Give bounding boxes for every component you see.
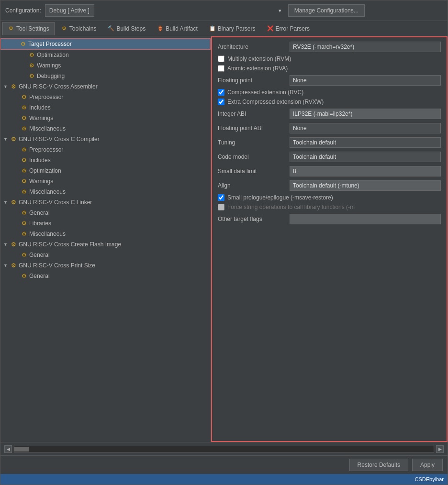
tree-item-cc-optimization[interactable]: ⚙ Optimization	[0, 165, 211, 176]
status-bar: CSDEbyibar	[0, 474, 448, 485]
small-data-limit-row: Small data limit 8	[218, 165, 441, 177]
config-select-wrapper: Debug [ Active ]	[45, 4, 284, 17]
build-artifact-icon: 🏺	[157, 25, 164, 32]
floating-point-row: Floating point None	[218, 75, 441, 86]
multiply-ext-checkbox[interactable]	[218, 55, 224, 62]
other-target-flags-input[interactable]	[290, 214, 441, 224]
tree-item-lnk-libraries[interactable]: ⚙ Libraries	[0, 218, 211, 229]
tree-item-asm-warnings[interactable]: ⚙ Warnings	[0, 113, 211, 123]
restore-defaults-button[interactable]: Restore Defaults	[349, 459, 408, 471]
tree-item-asm-includes[interactable]: ⚙ Includes	[0, 102, 211, 113]
tree-item-lnk-miscellaneous[interactable]: ⚙ Miscellaneous	[0, 229, 211, 239]
tab-build-artifact[interactable]: 🏺 Build Artifact	[152, 22, 203, 35]
scrollbar-area-bar: ◀ ▶	[0, 442, 448, 455]
tree-item-warnings-label: Warnings	[37, 62, 61, 69]
tree-item-cc-preprocessor[interactable]: ⚙ Preprocessor	[0, 144, 211, 155]
tab-toolchains[interactable]: ⚙ Toolchains	[56, 22, 102, 35]
force-string-label: Force string operations to call library …	[227, 204, 355, 210]
tree-item-flash-general[interactable]: ⚙ General	[0, 250, 211, 260]
architecture-value: RV32E (-march=rv32e*)	[290, 42, 441, 52]
extra-compressed-ext-checkbox[interactable]	[218, 99, 224, 105]
tree-item-asm-warnings-label: Warnings	[29, 115, 53, 121]
force-string-checkbox[interactable]	[218, 204, 224, 210]
compressed-ext-checkbox[interactable]	[218, 89, 224, 96]
tree-item-debugging[interactable]: ⚙ Debugging	[0, 71, 211, 81]
tree-item-print-size-label: GNU RISC-V Cross Print Size	[19, 262, 95, 269]
tab-error-parsers[interactable]: ❌ Error Parsers	[262, 22, 315, 35]
tree-item-gnu-risc-v-cross-c-linker[interactable]: ▼ ⚙ GNU RISC-V Cross C Linker	[0, 197, 211, 208]
tree-item-print-general[interactable]: ⚙ General	[0, 271, 211, 281]
atomic-ext-row: Atomic extension (RVA)	[218, 65, 441, 72]
small-prologue-row: Small prologue/epilogue (-msave-restore)	[218, 194, 441, 201]
tab-error-parsers-label: Error Parsers	[276, 25, 310, 32]
scrollbar-thumb	[14, 447, 29, 452]
tree-item-cc-miscellaneous[interactable]: ⚙ Miscellaneous	[0, 187, 211, 197]
asm-preprocessor-icon: ⚙	[20, 93, 28, 101]
cc-optimization-icon: ⚙	[20, 167, 28, 175]
cc-warnings-icon: ⚙	[20, 177, 28, 185]
tree-item-cc-optimization-label: Optimization	[29, 167, 61, 174]
tool-settings-icon: ⚙	[8, 25, 14, 32]
align-row: Align Toolchain default (-mtune)	[218, 180, 441, 191]
tree-item-asm-preprocessor[interactable]: ⚙ Preprocessor	[0, 92, 211, 102]
expand-arrow-flash-image: ▼	[3, 242, 8, 247]
expand-arrow-c-linker: ▼	[3, 200, 8, 205]
settings-panel: Architecture RV32E (-march=rv32e*) Multi…	[211, 36, 448, 442]
c-linker-icon: ⚙	[10, 198, 17, 206]
assembler-icon: ⚙	[10, 83, 17, 90]
tree-item-lnk-general[interactable]: ⚙ General	[0, 208, 211, 218]
lnk-general-icon: ⚙	[20, 209, 28, 217]
tree-item-cc-includes[interactable]: ⚙ Includes	[0, 155, 211, 165]
asm-includes-icon: ⚙	[20, 104, 28, 111]
tree-item-c-linker-label: GNU RISC-V Cross C Linker	[19, 199, 92, 206]
tree-item-gnu-risc-v-cross-assembler[interactable]: ▼ ⚙ GNU RISC-V Cross Assembler	[0, 81, 211, 92]
tree-item-gnu-risc-v-cross-create-flash-image[interactable]: ▼ ⚙ GNU RISC-V Cross Create Flash Image	[0, 239, 211, 250]
small-prologue-checkbox[interactable]	[218, 194, 224, 201]
atomic-ext-checkbox[interactable]	[218, 65, 224, 72]
asm-miscellaneous-icon: ⚙	[20, 125, 28, 132]
scroll-left-arrow[interactable]: ◀	[4, 445, 12, 453]
tree-item-c-compiler-label: GNU RISC-V Cross C Compiler	[19, 136, 100, 143]
tree-item-flash-image-label: GNU RISC-V Cross Create Flash Image	[19, 241, 121, 248]
compressed-ext-label: Compressed extension (RVC)	[227, 89, 303, 96]
tree-item-asm-miscellaneous[interactable]: ⚙ Miscellaneous	[0, 123, 211, 134]
scroll-right-arrow[interactable]: ▶	[436, 445, 444, 453]
cc-preprocessor-icon: ⚙	[20, 146, 28, 154]
asm-warnings-icon: ⚙	[20, 114, 28, 122]
tuning-row: Tuning Toolchain default	[218, 137, 441, 148]
config-label: Configuration:	[5, 7, 41, 14]
compressed-ext-row: Compressed extension (RVC)	[218, 89, 441, 96]
tree-item-optimization[interactable]: ⚙ Optimization	[0, 50, 211, 60]
tree-item-gnu-risc-v-cross-c-compiler[interactable]: ▼ ⚙ GNU RISC-V Cross C Compiler	[0, 134, 211, 144]
tree-item-lnk-general-label: General	[29, 209, 50, 216]
tuning-value: Toolchain default	[290, 137, 441, 148]
align-label: Align	[218, 182, 290, 189]
expand-arrow-c-compiler: ▼	[3, 137, 8, 142]
tab-build-steps[interactable]: 🔨 Build Steps	[102, 22, 151, 35]
tab-tool-settings[interactable]: ⚙ Tool Settings	[2, 22, 55, 35]
small-data-limit-value: 8	[290, 166, 441, 176]
apply-button[interactable]: Apply	[412, 459, 443, 471]
tree-item-warnings[interactable]: ⚙ Warnings	[0, 60, 211, 71]
main-content: ⚙ Target Processor ⚙ Optimization ⚙ Warn…	[0, 36, 448, 442]
floating-point-abi-label: Floating point ABI	[218, 125, 290, 132]
tab-tool-settings-label: Tool Settings	[16, 25, 49, 32]
horizontal-scrollbar[interactable]	[14, 446, 434, 452]
code-model-label: Code model	[218, 154, 290, 160]
other-target-flags-row: Other target flags	[218, 213, 441, 225]
main-window: Configuration: Debug [ Active ] Manage C…	[0, 0, 448, 485]
tree-item-cc-includes-label: Includes	[29, 157, 51, 164]
tab-binary-parsers[interactable]: 📋 Binary Parsers	[204, 22, 261, 35]
footer-bar: Restore Defaults Apply	[0, 455, 448, 474]
expand-arrow-assembler: ▼	[3, 84, 8, 89]
tree-item-lnk-libraries-label: Libraries	[29, 220, 51, 227]
config-select[interactable]: Debug [ Active ]	[45, 4, 94, 17]
tree-item-flash-general-label: General	[29, 252, 50, 258]
atomic-ext-label: Atomic extension (RVA)	[227, 65, 288, 72]
manage-configurations-button[interactable]: Manage Configurations...	[288, 4, 365, 17]
tree-item-cc-warnings[interactable]: ⚙ Warnings	[0, 176, 211, 187]
binary-parsers-icon: 📋	[209, 25, 216, 32]
cc-includes-icon: ⚙	[20, 156, 28, 164]
tree-item-target-processor[interactable]: ⚙ Target Processor	[0, 38, 211, 50]
tree-item-gnu-risc-v-cross-print-size[interactable]: ▼ ⚙ GNU RISC-V Cross Print Size	[0, 260, 211, 271]
